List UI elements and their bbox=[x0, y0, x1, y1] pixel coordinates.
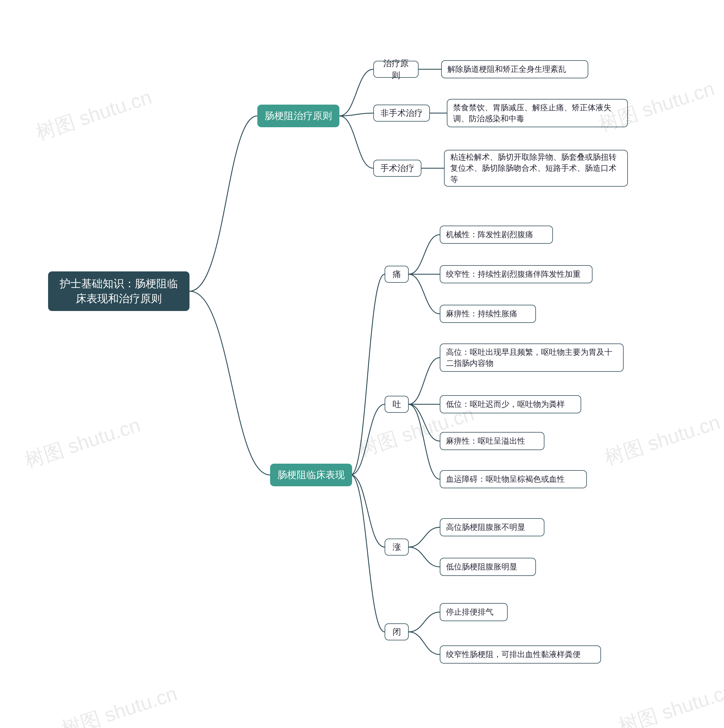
leaf-node[interactable]: 绞窄性：持续性剧烈腹痛伴阵发性加重 bbox=[440, 265, 592, 283]
leaf-text: 机械性：阵发性剧烈腹痛 bbox=[446, 229, 533, 240]
leaf-node[interactable]: 绞窄性肠梗阻，可排出血性黏液样粪便 bbox=[440, 645, 601, 664]
branch-label: 肠梗阻临床表现 bbox=[277, 468, 345, 482]
node-label: 闭 bbox=[393, 626, 401, 638]
branch-clinical-manifestations[interactable]: 肠梗阻临床表现 bbox=[270, 463, 352, 486]
node-nonsurgical[interactable]: 非手术治疗 bbox=[373, 105, 430, 122]
leaf-node[interactable]: 血运障碍：呕吐物呈棕褐色或血性 bbox=[440, 470, 587, 488]
node-label: 痛 bbox=[393, 268, 401, 280]
leaf-node[interactable]: 高位肠梗阻腹胀不明显 bbox=[440, 518, 545, 536]
leaf-text: 绞窄性：持续性剧烈腹痛伴阵发性加重 bbox=[446, 269, 581, 280]
leaf-text: 高位：呕吐出现早且频繁，呕吐物主要为胃及十二指肠内容物 bbox=[446, 347, 617, 369]
node-treatment-principle[interactable]: 治疗原则 bbox=[373, 61, 419, 78]
leaf-text: 粘连松解术、肠切开取除异物、肠套叠或肠扭转复位术、肠切除肠吻合术、短路手术、肠造… bbox=[450, 151, 621, 185]
leaf-text: 血运障碍：呕吐物呈棕褐色或血性 bbox=[446, 474, 565, 485]
leaf-node[interactable]: 麻痹性：呕吐呈溢出性 bbox=[440, 432, 545, 450]
leaf-node[interactable]: 停止排便排气 bbox=[440, 603, 508, 621]
leaf-node[interactable]: 解除肠道梗阻和矫正全身生理紊乱 bbox=[441, 60, 588, 78]
mindmap-canvas: 护士基础知识：肠梗阻临床表现和治疗原则 肠梗阻治疗原则 肠梗阻临床表现 治疗原则… bbox=[0, 0, 724, 728]
leaf-node[interactable]: 禁食禁饮、胃肠减压、解痉止痛、矫正体液失调、防治感染和中毒 bbox=[447, 99, 628, 127]
branch-label: 肠梗阻治疗原则 bbox=[265, 109, 332, 123]
node-label: 涨 bbox=[393, 541, 401, 553]
branch-treatment-principles[interactable]: 肠梗阻治疗原则 bbox=[257, 105, 339, 127]
leaf-text: 麻痹性：呕吐呈溢出性 bbox=[446, 435, 525, 447]
leaf-node[interactable]: 麻痹性：持续性胀痛 bbox=[440, 305, 536, 323]
node-label: 治疗原则 bbox=[380, 57, 412, 81]
leaf-text: 麻痹性：持续性胀痛 bbox=[446, 308, 517, 319]
leaf-node[interactable]: 低位肠梗阻腹胀明显 bbox=[440, 558, 536, 576]
leaf-text: 禁食禁饮、胃肠减压、解痉止痛、矫正体液失调、防治感染和中毒 bbox=[453, 102, 621, 124]
leaf-node[interactable]: 机械性：阵发性剧烈腹痛 bbox=[440, 226, 553, 244]
node-vomit[interactable]: 吐 bbox=[385, 396, 409, 413]
node-pain[interactable]: 痛 bbox=[385, 266, 409, 283]
leaf-text: 停止排便排气 bbox=[446, 606, 493, 618]
leaf-text: 解除肠道梗阻和矫正全身生理紊乱 bbox=[447, 64, 566, 75]
node-surgical[interactable]: 手术治疗 bbox=[373, 160, 421, 177]
leaf-text: 绞窄性肠梗阻，可排出血性黏液样粪便 bbox=[446, 649, 581, 660]
node-label: 吐 bbox=[393, 398, 401, 410]
leaf-node[interactable]: 粘连松解术、肠切开取除异物、肠套叠或肠扭转复位术、肠切除肠吻合术、短路手术、肠造… bbox=[444, 150, 628, 187]
node-zhang[interactable]: 涨 bbox=[385, 538, 409, 555]
leaf-text: 高位肠梗阻腹胀不明显 bbox=[446, 522, 525, 533]
leaf-text: 低位肠梗阻腹胀明显 bbox=[446, 561, 517, 572]
leaf-node[interactable]: 高位：呕吐出现早且频繁，呕吐物主要为胃及十二指肠内容物 bbox=[440, 344, 624, 372]
node-label: 手术治疗 bbox=[380, 162, 414, 174]
leaf-text: 低位：呕吐迟而少，呕吐物为粪样 bbox=[446, 399, 565, 410]
root-label: 护士基础知识：肠梗阻临床表现和治疗原则 bbox=[55, 276, 183, 306]
node-label: 非手术治疗 bbox=[380, 107, 423, 119]
root-node[interactable]: 护士基础知识：肠梗阻临床表现和治疗原则 bbox=[48, 271, 190, 311]
node-bi[interactable]: 闭 bbox=[385, 623, 409, 640]
leaf-node[interactable]: 低位：呕吐迟而少，呕吐物为粪样 bbox=[440, 395, 581, 413]
